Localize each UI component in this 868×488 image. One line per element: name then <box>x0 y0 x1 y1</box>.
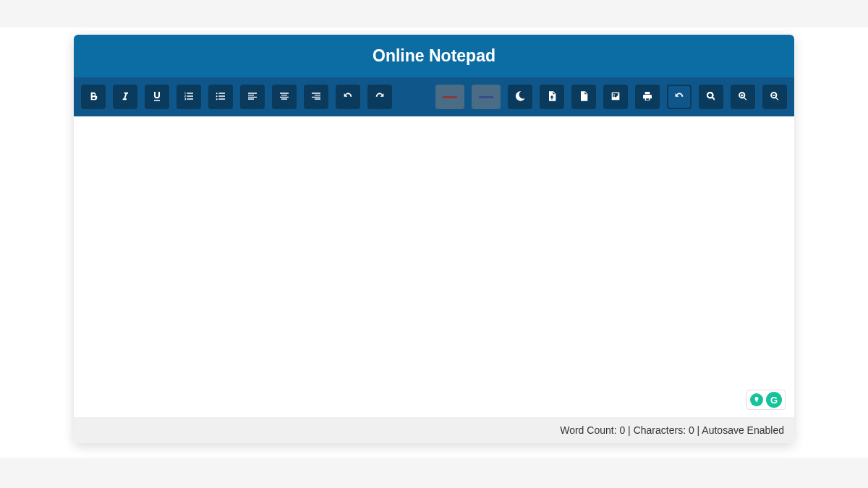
file-download-icon <box>546 90 558 104</box>
zoom-in-icon <box>737 90 749 104</box>
print-icon <box>642 90 653 104</box>
align-right-button[interactable] <box>304 85 328 109</box>
characters-value: 0 <box>689 424 694 436</box>
bold-button[interactable] <box>81 85 106 109</box>
align-left-button[interactable] <box>240 85 265 109</box>
grammarly-icon: G <box>766 392 782 408</box>
underline-icon <box>151 90 163 104</box>
highlight-color-icon <box>479 96 493 98</box>
app-title-bar: Online Notepad <box>74 35 794 77</box>
grammarly-badge-wrap[interactable]: G <box>746 390 786 410</box>
align-left-icon <box>247 90 258 104</box>
page-main: Online Notepad <box>0 27 868 458</box>
editor-area: G <box>74 116 794 417</box>
text-color-icon <box>443 96 457 98</box>
dark-mode-button[interactable] <box>508 85 532 109</box>
editor-textarea[interactable] <box>74 116 794 417</box>
unordered-list-button[interactable] <box>208 85 233 109</box>
align-right-icon <box>310 90 322 104</box>
page-background-bottom <box>0 458 868 488</box>
italic-button[interactable] <box>113 85 137 109</box>
italic-icon <box>119 90 131 104</box>
status-sep-1: | <box>625 424 633 436</box>
characters-label: Characters: <box>634 424 689 436</box>
undo-icon <box>342 90 354 104</box>
print-button[interactable] <box>635 85 660 109</box>
align-center-button[interactable] <box>272 85 297 109</box>
zoom-in-button[interactable] <box>731 85 755 109</box>
highlight-color-button[interactable] <box>472 85 501 109</box>
status-bar: Word Count: 0 | Characters: 0 | Autosave… <box>74 417 794 443</box>
lightbulb-icon <box>750 393 763 406</box>
redo-button[interactable] <box>367 85 392 109</box>
text-color-button[interactable] <box>435 85 464 109</box>
notepad-app: Online Notepad <box>74 35 794 443</box>
file-doc-icon <box>578 90 590 104</box>
ordered-list-button[interactable] <box>176 85 201 109</box>
page-background-top <box>0 0 868 27</box>
zoom-out-icon <box>769 90 780 104</box>
status-sep-2: | <box>694 424 702 436</box>
autosave-label: Autosave Enabled <box>702 424 784 436</box>
app-title: Online Notepad <box>373 46 495 65</box>
zoom-button[interactable] <box>699 85 723 109</box>
reset-button[interactable] <box>667 85 692 109</box>
align-center-icon <box>278 90 290 104</box>
moon-icon <box>514 90 526 104</box>
unordered-list-icon <box>215 90 226 104</box>
redo-icon <box>374 90 386 104</box>
download-txt-button[interactable] <box>540 85 564 109</box>
underline-button[interactable] <box>145 85 169 109</box>
reset-icon <box>673 90 685 104</box>
ordered-list-icon <box>183 90 195 104</box>
download-doc-button[interactable] <box>571 85 596 109</box>
search-icon <box>705 90 717 104</box>
bold-icon <box>88 90 99 104</box>
toolbar <box>74 77 794 116</box>
undo-button[interactable] <box>336 85 360 109</box>
zoom-out-button[interactable] <box>762 85 787 109</box>
image-icon <box>610 90 621 104</box>
wordcount-label: Word Count: <box>560 424 619 436</box>
insert-image-button[interactable] <box>603 85 628 109</box>
